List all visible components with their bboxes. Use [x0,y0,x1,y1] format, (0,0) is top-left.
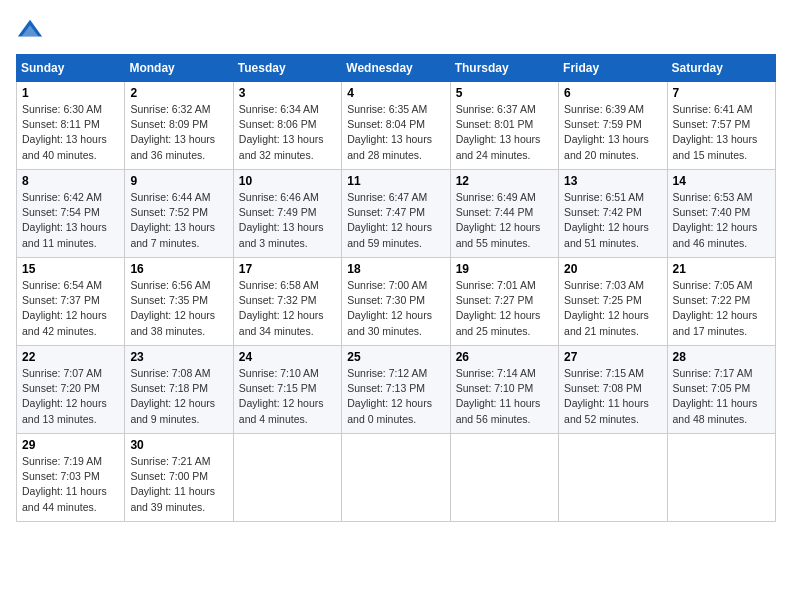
empty-cell [667,434,775,522]
day-number: 13 [564,174,661,188]
day-number: 29 [22,438,119,452]
day-info: Sunrise: 6:39 AMSunset: 7:59 PMDaylight:… [564,102,661,163]
day-header-wednesday: Wednesday [342,55,450,82]
day-number: 28 [673,350,770,364]
day-info: Sunrise: 6:46 AMSunset: 7:49 PMDaylight:… [239,190,336,251]
calendar-day-6: 6 Sunrise: 6:39 AMSunset: 7:59 PMDayligh… [559,82,667,170]
calendar-week-2: 8 Sunrise: 6:42 AMSunset: 7:54 PMDayligh… [17,170,776,258]
day-info: Sunrise: 7:21 AMSunset: 7:00 PMDaylight:… [130,454,227,515]
calendar-day-20: 20 Sunrise: 7:03 AMSunset: 7:25 PMDaylig… [559,258,667,346]
day-number: 10 [239,174,336,188]
day-header-sunday: Sunday [17,55,125,82]
calendar-day-22: 22 Sunrise: 7:07 AMSunset: 7:20 PMDaylig… [17,346,125,434]
calendar-day-11: 11 Sunrise: 6:47 AMSunset: 7:47 PMDaylig… [342,170,450,258]
calendar-day-30: 30 Sunrise: 7:21 AMSunset: 7:00 PMDaylig… [125,434,233,522]
day-info: Sunrise: 6:53 AMSunset: 7:40 PMDaylight:… [673,190,770,251]
day-info: Sunrise: 6:56 AMSunset: 7:35 PMDaylight:… [130,278,227,339]
day-info: Sunrise: 6:41 AMSunset: 7:57 PMDaylight:… [673,102,770,163]
day-number: 1 [22,86,119,100]
day-number: 16 [130,262,227,276]
calendar-day-13: 13 Sunrise: 6:51 AMSunset: 7:42 PMDaylig… [559,170,667,258]
day-number: 26 [456,350,553,364]
day-header-monday: Monday [125,55,233,82]
day-info: Sunrise: 7:14 AMSunset: 7:10 PMDaylight:… [456,366,553,427]
day-info: Sunrise: 7:17 AMSunset: 7:05 PMDaylight:… [673,366,770,427]
day-info: Sunrise: 6:58 AMSunset: 7:32 PMDaylight:… [239,278,336,339]
calendar-week-1: 1 Sunrise: 6:30 AMSunset: 8:11 PMDayligh… [17,82,776,170]
calendar-week-5: 29 Sunrise: 7:19 AMSunset: 7:03 PMDaylig… [17,434,776,522]
day-header-saturday: Saturday [667,55,775,82]
day-number: 3 [239,86,336,100]
day-info: Sunrise: 7:00 AMSunset: 7:30 PMDaylight:… [347,278,444,339]
day-header-thursday: Thursday [450,55,558,82]
day-number: 2 [130,86,227,100]
day-number: 22 [22,350,119,364]
calendar-day-28: 28 Sunrise: 7:17 AMSunset: 7:05 PMDaylig… [667,346,775,434]
calendar-week-4: 22 Sunrise: 7:07 AMSunset: 7:20 PMDaylig… [17,346,776,434]
day-info: Sunrise: 6:34 AMSunset: 8:06 PMDaylight:… [239,102,336,163]
empty-cell [559,434,667,522]
day-number: 19 [456,262,553,276]
empty-cell [342,434,450,522]
day-info: Sunrise: 7:08 AMSunset: 7:18 PMDaylight:… [130,366,227,427]
calendar-day-1: 1 Sunrise: 6:30 AMSunset: 8:11 PMDayligh… [17,82,125,170]
day-number: 14 [673,174,770,188]
calendar-day-23: 23 Sunrise: 7:08 AMSunset: 7:18 PMDaylig… [125,346,233,434]
day-number: 8 [22,174,119,188]
calendar-day-7: 7 Sunrise: 6:41 AMSunset: 7:57 PMDayligh… [667,82,775,170]
day-number: 4 [347,86,444,100]
day-number: 30 [130,438,227,452]
day-info: Sunrise: 7:12 AMSunset: 7:13 PMDaylight:… [347,366,444,427]
calendar-day-24: 24 Sunrise: 7:10 AMSunset: 7:15 PMDaylig… [233,346,341,434]
day-info: Sunrise: 7:05 AMSunset: 7:22 PMDaylight:… [673,278,770,339]
day-info: Sunrise: 6:35 AMSunset: 8:04 PMDaylight:… [347,102,444,163]
day-number: 24 [239,350,336,364]
logo-icon [16,16,44,44]
day-number: 27 [564,350,661,364]
day-number: 15 [22,262,119,276]
calendar-day-17: 17 Sunrise: 6:58 AMSunset: 7:32 PMDaylig… [233,258,341,346]
calendar-day-26: 26 Sunrise: 7:14 AMSunset: 7:10 PMDaylig… [450,346,558,434]
calendar-table: SundayMondayTuesdayWednesdayThursdayFrid… [16,54,776,522]
day-info: Sunrise: 7:07 AMSunset: 7:20 PMDaylight:… [22,366,119,427]
calendar-day-8: 8 Sunrise: 6:42 AMSunset: 7:54 PMDayligh… [17,170,125,258]
day-number: 12 [456,174,553,188]
day-number: 6 [564,86,661,100]
day-info: Sunrise: 6:44 AMSunset: 7:52 PMDaylight:… [130,190,227,251]
day-info: Sunrise: 7:01 AMSunset: 7:27 PMDaylight:… [456,278,553,339]
calendar-header-row: SundayMondayTuesdayWednesdayThursdayFrid… [17,55,776,82]
day-number: 21 [673,262,770,276]
logo [16,16,48,44]
day-info: Sunrise: 6:42 AMSunset: 7:54 PMDaylight:… [22,190,119,251]
calendar-day-29: 29 Sunrise: 7:19 AMSunset: 7:03 PMDaylig… [17,434,125,522]
calendar-day-15: 15 Sunrise: 6:54 AMSunset: 7:37 PMDaylig… [17,258,125,346]
calendar-day-21: 21 Sunrise: 7:05 AMSunset: 7:22 PMDaylig… [667,258,775,346]
day-info: Sunrise: 6:54 AMSunset: 7:37 PMDaylight:… [22,278,119,339]
calendar-day-14: 14 Sunrise: 6:53 AMSunset: 7:40 PMDaylig… [667,170,775,258]
calendar-day-5: 5 Sunrise: 6:37 AMSunset: 8:01 PMDayligh… [450,82,558,170]
day-number: 18 [347,262,444,276]
day-number: 17 [239,262,336,276]
calendar-day-18: 18 Sunrise: 7:00 AMSunset: 7:30 PMDaylig… [342,258,450,346]
day-info: Sunrise: 6:30 AMSunset: 8:11 PMDaylight:… [22,102,119,163]
day-info: Sunrise: 6:49 AMSunset: 7:44 PMDaylight:… [456,190,553,251]
day-number: 9 [130,174,227,188]
day-info: Sunrise: 7:03 AMSunset: 7:25 PMDaylight:… [564,278,661,339]
calendar-day-25: 25 Sunrise: 7:12 AMSunset: 7:13 PMDaylig… [342,346,450,434]
calendar-day-27: 27 Sunrise: 7:15 AMSunset: 7:08 PMDaylig… [559,346,667,434]
empty-cell [233,434,341,522]
day-header-tuesday: Tuesday [233,55,341,82]
day-info: Sunrise: 6:47 AMSunset: 7:47 PMDaylight:… [347,190,444,251]
day-number: 25 [347,350,444,364]
day-info: Sunrise: 7:19 AMSunset: 7:03 PMDaylight:… [22,454,119,515]
calendar-week-3: 15 Sunrise: 6:54 AMSunset: 7:37 PMDaylig… [17,258,776,346]
empty-cell [450,434,558,522]
page-header [16,16,776,44]
calendar-day-19: 19 Sunrise: 7:01 AMSunset: 7:27 PMDaylig… [450,258,558,346]
day-number: 5 [456,86,553,100]
calendar-day-4: 4 Sunrise: 6:35 AMSunset: 8:04 PMDayligh… [342,82,450,170]
calendar-day-2: 2 Sunrise: 6:32 AMSunset: 8:09 PMDayligh… [125,82,233,170]
day-info: Sunrise: 7:15 AMSunset: 7:08 PMDaylight:… [564,366,661,427]
day-number: 23 [130,350,227,364]
calendar-day-16: 16 Sunrise: 6:56 AMSunset: 7:35 PMDaylig… [125,258,233,346]
